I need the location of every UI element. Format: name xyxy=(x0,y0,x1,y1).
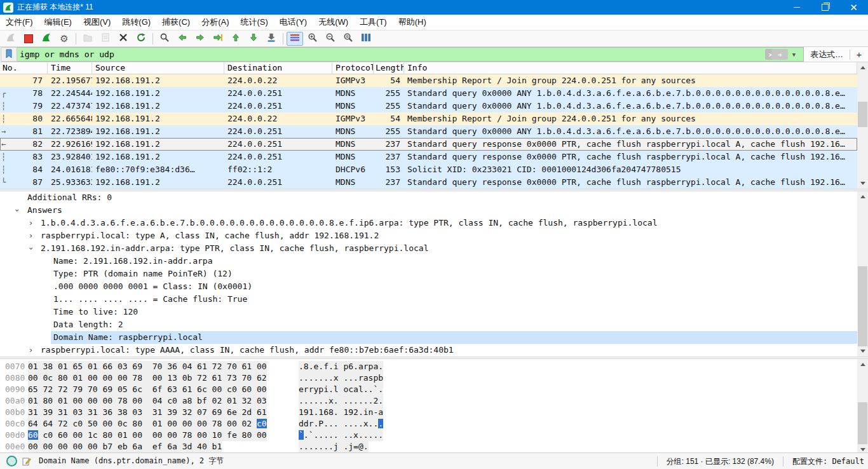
reload-button[interactable] xyxy=(133,32,149,46)
detail-line[interactable]: ›2.191.168.192.in-addr.arpa: type PTR, c… xyxy=(0,242,857,255)
scroll-up-arrow[interactable] xyxy=(860,363,865,366)
col-header-destination[interactable]: Destination xyxy=(224,62,332,74)
hex-row[interactable]: 007001 38 01 65 01 66 03 69 70 36 04 61 … xyxy=(0,361,868,372)
packet-row-87[interactable]: └87 25.933633 192.168.191.2 224.0.0.251 … xyxy=(0,176,857,189)
detail-line[interactable]: Name: 2.191.168.192.in-addr.arpa xyxy=(0,255,857,268)
hex-row[interactable]: 009065 72 72 79 70 69 05 6c 6f 63 61 6c … xyxy=(0,384,868,395)
detail-line-selected[interactable]: Domain Name: raspberrypi.local xyxy=(0,331,857,344)
hex-bytes[interactable]: 65 72 72 79 70 69 05 6c 6f 63 61 6c 00 c… xyxy=(28,384,267,395)
menu-file[interactable]: 文件(F) xyxy=(0,15,39,29)
filter-history-dropdown[interactable]: ▼ xyxy=(790,49,798,60)
detail-line[interactable]: Type: PTR (domain name PoinTeR) (12) xyxy=(0,268,857,280)
expander-icon[interactable]: › xyxy=(29,217,32,229)
go-top-button[interactable] xyxy=(227,32,244,46)
expert-info-icon[interactable] xyxy=(6,456,17,466)
menu-go[interactable]: 跳转(G) xyxy=(116,15,156,29)
zoom-out-button[interactable] xyxy=(322,32,339,46)
menu-edit[interactable]: 编辑(E) xyxy=(39,15,78,29)
scrollbar-thumb[interactable] xyxy=(858,102,867,127)
packet-list-scrollbar[interactable] xyxy=(857,62,868,189)
hex-row[interactable]: 00c064 64 72 c0 50 00 0c 80 01 00 00 00 … xyxy=(0,418,868,430)
close-button[interactable]: ✕ xyxy=(839,0,868,15)
scroll-down-arrow[interactable] xyxy=(860,448,865,451)
stop-capture-button[interactable] xyxy=(20,32,37,46)
scroll-up-arrow[interactable] xyxy=(860,195,865,198)
restart-capture-button[interactable] xyxy=(38,32,55,46)
capture-options-button[interactable]: ⚙ xyxy=(56,32,72,46)
detail-line[interactable]: Data length: 2 xyxy=(0,318,857,331)
ascii-bytes[interactable]: .8.e.f.i p6.arpa. xyxy=(299,361,383,372)
packet-row-80[interactable]: ┆80 22.665648 192.168.191.2 224.0.0.22 I… xyxy=(0,112,857,125)
menu-view[interactable]: 视图(V) xyxy=(78,15,116,29)
scroll-down-arrow[interactable] xyxy=(860,350,865,353)
ascii-bytes[interactable]: ......x. ......2. xyxy=(299,395,383,407)
ascii-bytes[interactable]: .......j .j=@. xyxy=(299,441,369,452)
col-header-length[interactable]: Length xyxy=(374,62,404,74)
hex-row[interactable]: 00d060 c0 60 00 1c 80 01 00 00 00 78 00 … xyxy=(0,430,868,441)
detail-line[interactable]: Additional RRs: 0 xyxy=(0,191,857,204)
hex-row[interactable]: 00e000 00 00 00 00 b7 eb 6a ef 6a 3d 40 … xyxy=(0,441,868,452)
close-capture-button[interactable] xyxy=(115,32,132,46)
go-back-button[interactable] xyxy=(174,32,191,46)
filter-bookmark-button[interactable] xyxy=(1,47,17,62)
ascii-bytes[interactable]: ddr.P... ....x... xyxy=(299,418,383,430)
hex-row[interactable]: 00b031 39 31 03 31 36 38 03 31 39 32 07 … xyxy=(0,407,868,418)
hex-bytes[interactable]: 01 80 01 00 00 00 78 00 04 c0 a8 bf 02 0… xyxy=(28,395,267,407)
expander-icon[interactable]: › xyxy=(29,229,32,242)
filter-apply-button[interactable]: ➔ xyxy=(771,49,788,60)
col-header-info[interactable]: Info xyxy=(404,62,857,74)
go-to-packet-button[interactable] xyxy=(210,32,226,46)
menu-help[interactable]: 帮助(H) xyxy=(393,15,432,29)
expander-icon[interactable]: › xyxy=(25,247,37,250)
open-file-button[interactable] xyxy=(79,32,96,46)
ascii-bytes[interactable]: .......x ...raspb xyxy=(299,372,383,384)
detail-line[interactable]: Time to live: 120 xyxy=(0,306,857,318)
packet-row-79[interactable]: ┆79 22.473747 192.168.191.2 224.0.0.251 … xyxy=(0,100,857,112)
detail-line[interactable]: .000 0000 0000 0001 = Class: IN (0x0001) xyxy=(0,280,857,293)
ascii-bytes[interactable]: 191.168. 192.in-a xyxy=(299,407,383,418)
packet-row-84[interactable]: ┆84 24.016181 fe80::70f9:e384:d36… ff02:… xyxy=(0,163,857,176)
details-scrollbar[interactable] xyxy=(857,191,868,357)
hex-bytes[interactable]: 60 c0 60 00 1c 80 01 00 00 00 78 00 10 f… xyxy=(28,430,267,441)
save-file-button[interactable] xyxy=(97,32,114,46)
detail-line[interactable]: 1... .... .... .... = Cache flush: True xyxy=(0,293,857,306)
detail-line[interactable]: ›1.b.0.4.d.3.a.6.f.e.a.6.b.e.7.b.0.0.0.0… xyxy=(0,217,857,229)
capture-comment-icon[interactable] xyxy=(22,457,31,466)
packet-row-78[interactable]: ┌78 22.245444 192.168.191.2 224.0.0.251 … xyxy=(0,87,857,100)
scroll-up-arrow[interactable] xyxy=(860,66,865,69)
packet-row-82-selected[interactable]: ←82 22.926169 192.168.191.2 224.0.0.251 … xyxy=(0,138,857,151)
hex-bytes[interactable]: 01 38 01 65 01 66 03 69 70 36 04 61 72 7… xyxy=(28,361,267,372)
detail-line[interactable]: ›raspberrypi.local: type A, class IN, ca… xyxy=(0,229,857,242)
menu-analyze[interactable]: 分析(A) xyxy=(196,15,234,29)
minimize-button[interactable] xyxy=(782,0,811,15)
hex-bytes[interactable]: 00 0c 80 01 00 00 00 78 00 13 0b 72 61 7… xyxy=(28,372,267,384)
detail-line[interactable]: ›Answers xyxy=(0,204,857,217)
menu-telephony[interactable]: 电话(Y) xyxy=(274,15,313,29)
col-header-no[interactable]: No. xyxy=(0,62,48,74)
ascii-bytes[interactable]: errypi.l ocal..`. xyxy=(299,384,383,395)
packet-row-77[interactable]: 77 22.195677 192.168.191.2 224.0.0.22 IG… xyxy=(0,74,857,87)
profile-label[interactable]: 配置文件: Default xyxy=(783,456,868,466)
go-forward-button[interactable] xyxy=(192,32,208,46)
find-packet-button[interactable] xyxy=(156,32,173,46)
display-filter-input[interactable] xyxy=(17,48,803,61)
zoom-in-button[interactable] xyxy=(304,32,321,46)
hex-bytes[interactable]: 00 00 00 00 00 b7 eb 6a ef 6a 3d 40 b1 xyxy=(28,441,222,452)
scroll-down-arrow[interactable] xyxy=(860,182,865,185)
packet-row-83[interactable]: ┆83 23.928401 192.168.191.2 224.0.0.251 … xyxy=(0,151,857,163)
hex-row[interactable]: 00a001 80 01 00 00 00 78 00 04 c0 a8 bf … xyxy=(0,395,868,407)
colorize-button[interactable] xyxy=(287,32,303,46)
bytes-scrollbar[interactable] xyxy=(857,359,868,455)
col-header-source[interactable]: Source xyxy=(92,62,224,74)
ascii-bytes[interactable]: `.`..... ..x..... xyxy=(299,430,383,441)
hex-row[interactable]: 008000 0c 80 01 00 00 00 78 00 13 0b 72 … xyxy=(0,372,868,384)
detail-line[interactable]: ›raspberrypi.local: type AAAA, class IN,… xyxy=(0,344,857,357)
menu-statistics[interactable]: 统计(S) xyxy=(234,15,273,29)
menu-wireless[interactable]: 无线(W) xyxy=(313,15,354,29)
auto-scroll-button[interactable] xyxy=(263,32,280,46)
col-header-protocol[interactable]: Protocol xyxy=(332,62,374,74)
hex-bytes[interactable]: 31 39 31 03 31 36 38 03 31 39 32 07 69 6… xyxy=(28,407,267,418)
filter-add-button[interactable]: + xyxy=(850,49,868,60)
restore-button[interactable] xyxy=(811,0,839,15)
scrollbar-thumb[interactable] xyxy=(858,266,867,346)
